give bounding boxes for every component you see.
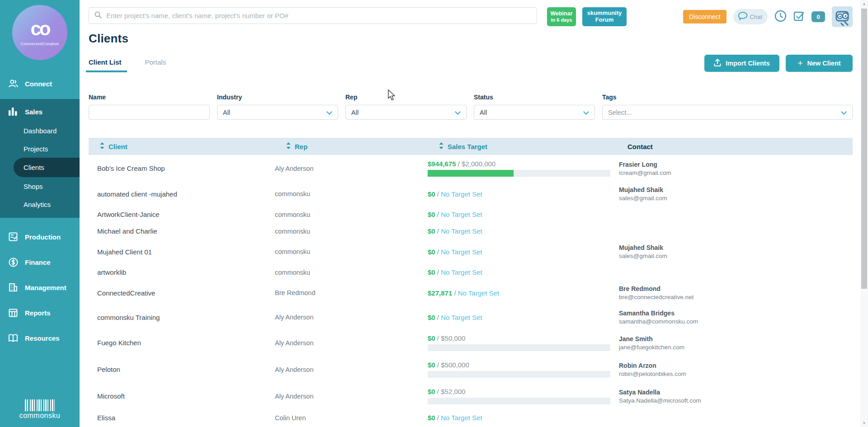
contact-email[interactable]: icream@gmail.com: [619, 169, 853, 176]
client-name[interactable]: Mujahed Client 01: [89, 248, 275, 256]
contact-email[interactable]: bre@connectedcreative.net: [619, 294, 853, 300]
client-rep: Colin Uren: [275, 414, 428, 422]
sales-amount: $0: [428, 268, 435, 276]
sidebar-item-dashboard[interactable]: Dashboard: [0, 122, 80, 140]
sales-target[interactable]: No Target Set: [441, 268, 482, 276]
sidebar-item-shops[interactable]: Shops: [0, 177, 80, 195]
commonsku-brand-name: commonsku: [0, 412, 80, 420]
global-search[interactable]: [89, 7, 537, 24]
sales-target[interactable]: $500,000: [441, 361, 469, 369]
client-rep: commonsku: [275, 190, 428, 197]
skummunity-forum-button[interactable]: skummunity Forum: [582, 7, 627, 26]
table-row[interactable]: artworklib commonsku $0 / No Target Set: [89, 264, 853, 281]
table-row[interactable]: ArtworkClient-Janice commonsku $0 / No T…: [89, 206, 853, 223]
sidebar-item-management[interactable]: Management: [0, 275, 80, 300]
disconnect-button[interactable]: Disconnect: [683, 10, 726, 23]
contact-cell: Mujahed Shaik sales@gmail.com: [619, 186, 853, 202]
sales-target[interactable]: No Target Set: [441, 211, 482, 218]
sidebar-item-production[interactable]: Production: [0, 224, 80, 249]
client-name[interactable]: automated client -mujahed: [89, 190, 275, 198]
table-row[interactable]: Peloton Aly Anderson $0 / $500,000 Robin…: [89, 356, 853, 383]
sales-target[interactable]: No Target Set: [441, 248, 482, 256]
filter-name-label: Name: [89, 94, 210, 101]
notification-count-badge[interactable]: 0: [811, 11, 825, 22]
table-row[interactable]: Michael and Charlie commonsku $0 / No Ta…: [89, 223, 853, 239]
client-name[interactable]: Microsoft: [89, 392, 275, 400]
filter-name-input[interactable]: [89, 105, 210, 120]
sales-target[interactable]: $2,000,000: [462, 160, 495, 168]
table-row[interactable]: commonsku Training Aly Anderson $0 / No …: [89, 305, 853, 329]
client-name[interactable]: Bob's Ice Cream Shop: [89, 164, 275, 172]
new-client-button[interactable]: + New Client: [786, 55, 853, 72]
client-name[interactable]: ConnectedCreative: [89, 289, 275, 297]
sidebar-item-connect[interactable]: Connect: [0, 74, 80, 94]
client-name[interactable]: artworklib: [89, 268, 275, 276]
sales-target[interactable]: No Target Set: [458, 289, 499, 297]
report-grid-icon: [8, 309, 19, 317]
tasks-check-icon[interactable]: [793, 10, 805, 23]
sales-target[interactable]: No Target Set: [441, 190, 482, 198]
user-avatar[interactable]: [832, 6, 853, 27]
chat-button[interactable]: Chat: [733, 9, 768, 24]
client-name[interactable]: Michael and Charlie: [89, 227, 275, 235]
contact-email[interactable]: sales@gmail.com: [619, 253, 853, 259]
filter-tags-select[interactable]: Select...: [602, 105, 853, 120]
tab-client-list[interactable]: Client List: [89, 58, 122, 72]
sidebar-item-sales[interactable]: Sales: [0, 102, 80, 122]
sidebar-item-clients[interactable]: Clients: [14, 158, 80, 177]
chevron-down-icon: [326, 108, 332, 117]
sales-target[interactable]: No Target Set: [441, 314, 482, 321]
sales-target[interactable]: $50,000: [441, 334, 465, 342]
tenant-logo[interactable]: co ConnectedCreative: [0, 0, 80, 60]
table-row[interactable]: Mujahed Client 01 commonsku $0 / No Targ…: [89, 239, 853, 264]
vertical-scrollbar[interactable]: ▲ ▼: [860, 0, 868, 427]
sales-separator: /: [437, 248, 441, 256]
contact-email[interactable]: Satya.Nadella@microsoft.com: [619, 397, 853, 404]
sidebar-item-label: Production: [25, 233, 61, 241]
sidebar-item-label: Resources: [25, 334, 60, 342]
sidebar-item-reports[interactable]: Reports: [0, 300, 80, 325]
column-header-client[interactable]: Client: [89, 142, 275, 150]
table-row[interactable]: automated client -mujahed commonsku $0 /…: [89, 182, 853, 206]
sales-cell: $0 / No Target Set: [428, 190, 619, 198]
client-name[interactable]: Peloton: [89, 366, 275, 373]
webinar-button[interactable]: Webinar in 6 days: [547, 7, 576, 26]
scroll-down-arrow[interactable]: ▼: [860, 419, 868, 427]
client-name[interactable]: ArtworkClient-Janice: [89, 211, 275, 218]
table-row[interactable]: ConnectedCreative Bre Redmond $27,871 / …: [89, 281, 853, 305]
sidebar-item-analytics[interactable]: Analytics: [0, 195, 80, 213]
scrollbar-thumb[interactable]: [861, 9, 867, 289]
table-row[interactable]: Fuego Kitchen Aly Anderson $0 / $50,000 …: [89, 329, 853, 356]
sales-target[interactable]: No Target Set: [441, 414, 482, 422]
contact-name: Jane Smith: [619, 335, 853, 343]
sidebar-item-resources[interactable]: Resources: [0, 325, 80, 351]
client-name[interactable]: commonsku Training: [89, 314, 275, 321]
sidebar-item-finance[interactable]: Finance: [0, 249, 80, 275]
table-row[interactable]: Microsoft Aly Anderson $0 / $52,000 Saty…: [89, 383, 853, 409]
contact-email[interactable]: sales@gmail.com: [619, 195, 853, 202]
contact-cell: Mujahed Shaik sales@gmail.com: [619, 244, 853, 259]
client-name[interactable]: Fuego Kitchen: [89, 339, 275, 347]
scroll-up-arrow[interactable]: ▲: [860, 0, 868, 8]
contact-cell: Samantha Bridges samantha@commonsku.com: [619, 310, 853, 325]
client-name[interactable]: Elissa: [89, 414, 275, 422]
filter-industry-select[interactable]: All: [217, 105, 338, 120]
clock-icon[interactable]: [774, 10, 787, 24]
sidebar-item-projects[interactable]: Projects: [0, 140, 80, 158]
filter-rep-select[interactable]: All: [345, 105, 467, 120]
sort-icon: [286, 142, 291, 150]
table-row[interactable]: Elissa Colin Uren $0 / No Target Set: [89, 409, 853, 426]
column-header-sales-target[interactable]: Sales Target: [428, 142, 619, 150]
tab-portals[interactable]: Portals: [145, 58, 166, 72]
sales-separator: /: [437, 388, 441, 395]
sales-target[interactable]: No Target Set: [441, 227, 482, 235]
contact-email[interactable]: samantha@commonsku.com: [619, 318, 853, 325]
sales-target[interactable]: $52,000: [441, 388, 465, 395]
search-input[interactable]: [106, 12, 537, 19]
table-row[interactable]: Bob's Ice Cream Shop Aly Anderson $944,6…: [89, 155, 853, 182]
contact-email[interactable]: jane@fuegokitchen.com: [619, 344, 853, 351]
contact-email[interactable]: robin@pelotonbikes.com: [619, 371, 853, 377]
import-clients-button[interactable]: Import Clients: [704, 55, 779, 72]
filter-status-select[interactable]: All: [474, 105, 595, 120]
column-header-rep[interactable]: Rep: [275, 142, 428, 150]
